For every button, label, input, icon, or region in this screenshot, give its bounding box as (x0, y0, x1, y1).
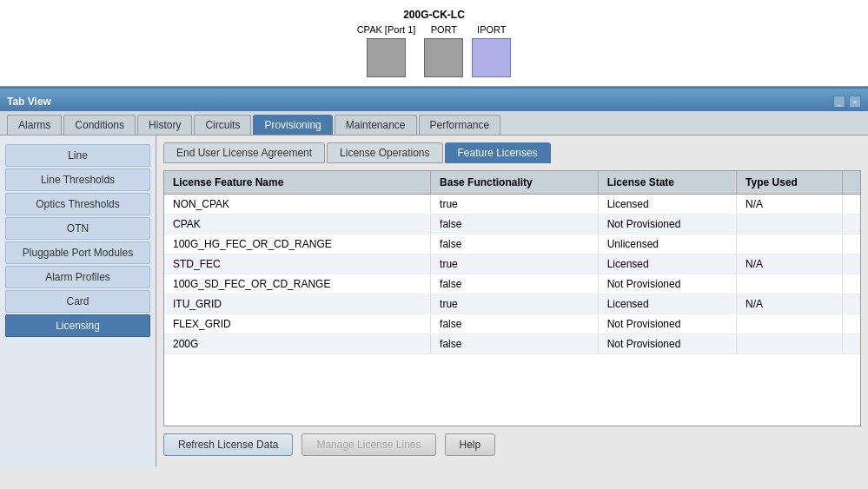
port-item: CPAK [Port 1] (357, 24, 416, 77)
cell-base-functionality: true (431, 254, 599, 274)
scrollbar-header (843, 171, 861, 195)
cell-base-functionality: true (431, 195, 599, 215)
close-button[interactable]: × (849, 96, 861, 108)
port-item: IPORT (472, 24, 511, 77)
table-row[interactable]: 100G_HG_FEC_OR_CD_RANGEfalseUnlicensed (164, 235, 860, 254)
help-button[interactable]: Help (445, 433, 496, 456)
cell-base-functionality: false (431, 274, 599, 294)
table-row[interactable]: STD_FECtrueLicensedN/A (164, 254, 860, 274)
col-type-used: Type Used (737, 171, 843, 195)
cell-type-used (737, 235, 843, 254)
cell-license-state: Not Provisioned (598, 334, 736, 354)
cell-license-feature-name: NON_CPAK (164, 195, 431, 215)
sidebar-item-otn[interactable]: OTN (5, 217, 150, 240)
port-label: PORT (431, 24, 457, 35)
table-header-row: License Feature NameBase FunctionalityLi… (164, 171, 860, 195)
sub-tab-feature-licenses[interactable]: Feature Licenses (445, 142, 551, 163)
cell-license-feature-name: 200G (164, 334, 431, 354)
sidebar-item-alarm-profiles[interactable]: Alarm Profiles (5, 266, 150, 288)
sidebar-item-line[interactable]: Line (5, 144, 150, 167)
cell-license-feature-name: FLEX_GRID (164, 314, 431, 334)
cell-license-feature-name: ITU_GRID (164, 294, 431, 314)
minimize-button[interactable]: _ (833, 96, 845, 108)
cell-type-used (737, 314, 843, 334)
cell-license-feature-name: STD_FEC (164, 254, 431, 274)
port-box[interactable] (472, 38, 511, 77)
table-row[interactable]: ITU_GRIDtrueLicensedN/A (164, 294, 860, 314)
cell-base-functionality: false (431, 235, 599, 254)
port-item: PORT (424, 24, 463, 77)
cell-license-feature-name: 100G_HG_FEC_OR_CD_RANGE (164, 235, 431, 254)
main-tab-circuits[interactable]: Circuits (194, 115, 251, 135)
cell-base-functionality: true (431, 294, 599, 314)
bottom-buttons: Refresh License Data Manage License Line… (163, 426, 861, 459)
table-header: License Feature NameBase FunctionalityLi… (164, 171, 860, 195)
device-ports: CPAK [Port 1]PORTIPORT (357, 24, 512, 77)
device-container: 200G-CK-LC CPAK [Port 1]PORTIPORT (357, 9, 512, 77)
table-row[interactable]: CPAKfalseNot Provisioned (164, 215, 860, 235)
sub-tab-license-operations[interactable]: License Operations (327, 142, 442, 163)
feature-licenses-table: License Feature NameBase FunctionalityLi… (164, 171, 860, 354)
cell-type-used: N/A (737, 294, 843, 314)
cell-license-state: Unlicensed (598, 235, 736, 254)
tab-view-header: Tab View _ × (0, 89, 868, 111)
right-panel: End User License AgreementLicense Operat… (156, 135, 868, 466)
device-title: 200G-CK-LC (403, 9, 465, 21)
tab-view-controls: _ × (833, 96, 861, 108)
cell-type-used: N/A (737, 254, 843, 274)
port-label: IPORT (477, 24, 506, 35)
sidebar-item-card[interactable]: Card (5, 290, 150, 313)
table-row[interactable]: 100G_SD_FEC_OR_CD_RANGEfalseNot Provisio… (164, 274, 860, 294)
main-tab-provisioning[interactable]: Provisioning (253, 115, 332, 135)
cell-license-state: Licensed (598, 195, 736, 215)
sidebar-item-optics-thresholds[interactable]: Optics Thresholds (5, 193, 150, 215)
cell-license-state: Not Provisioned (598, 215, 736, 235)
cell-license-state: Not Provisioned (598, 274, 736, 294)
scrollbar-cell (843, 254, 861, 274)
cell-type-used: N/A (737, 195, 843, 215)
manage-license-lines-button[interactable]: Manage License Lines (301, 433, 435, 456)
table-row[interactable]: NON_CPAKtrueLicensedN/A (164, 195, 860, 215)
sidebar-item-line-thresholds[interactable]: Line Thresholds (5, 169, 150, 191)
main-tab-performance[interactable]: Performance (419, 115, 501, 135)
cell-license-state: Licensed (598, 294, 736, 314)
cell-type-used (737, 215, 843, 235)
scrollbar-cell (843, 334, 861, 354)
cell-type-used (737, 334, 843, 354)
cell-license-state: Licensed (598, 254, 736, 274)
refresh-license-data-button[interactable]: Refresh License Data (163, 433, 293, 456)
table-row[interactable]: 200GfalseNot Provisioned (164, 334, 860, 354)
main-tab-maintenance[interactable]: Maintenance (335, 115, 417, 135)
content-area: LineLine ThresholdsOptics ThresholdsOTNP… (0, 135, 868, 466)
sub-tabs: End User License AgreementLicense Operat… (163, 142, 861, 163)
scrollbar-cell (843, 314, 861, 334)
main-tab-conditions[interactable]: Conditions (63, 115, 136, 135)
main-tabs: AlarmsConditionsHistoryCircuitsProvision… (0, 111, 868, 135)
table-container: License Feature NameBase FunctionalityLi… (163, 170, 861, 426)
scrollbar-cell (843, 235, 861, 254)
col-license-feature-name: License Feature Name (164, 171, 431, 195)
sidebar: LineLine ThresholdsOptics ThresholdsOTNP… (0, 135, 156, 466)
cell-base-functionality: false (431, 314, 599, 334)
scrollbar-cell (843, 294, 861, 314)
col-base-functionality: Base Functionality (431, 171, 599, 195)
cell-license-state: Not Provisioned (598, 314, 736, 334)
cell-license-feature-name: 100G_SD_FEC_OR_CD_RANGE (164, 274, 431, 294)
table-body: NON_CPAKtrueLicensedN/ACPAKfalseNot Prov… (164, 195, 860, 354)
tab-view-title: Tab View (7, 96, 51, 108)
table-row[interactable]: FLEX_GRIDfalseNot Provisioned (164, 314, 860, 334)
col-license-state: License State (598, 171, 736, 195)
scrollbar-cell (843, 195, 861, 215)
main-tab-history[interactable]: History (137, 115, 192, 135)
diagram-area: 200G-CK-LC CPAK [Port 1]PORTIPORT (0, 0, 868, 87)
cell-license-feature-name: CPAK (164, 215, 431, 235)
main-tab-alarms[interactable]: Alarms (7, 115, 62, 135)
cell-base-functionality: false (431, 334, 599, 354)
sidebar-item-pluggable-port-modules[interactable]: Pluggable Port Modules (5, 241, 150, 264)
port-label: CPAK [Port 1] (357, 24, 416, 35)
port-box[interactable] (367, 38, 406, 77)
cell-type-used (737, 274, 843, 294)
sub-tab-end-user-license-agreement[interactable]: End User License Agreement (163, 142, 325, 163)
port-box[interactable] (424, 38, 463, 77)
sidebar-item-licensing[interactable]: Licensing (5, 314, 150, 337)
